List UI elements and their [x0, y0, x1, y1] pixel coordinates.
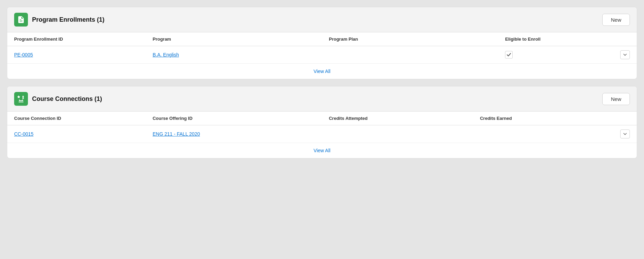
- cc-header-left: Course Connections (1): [14, 92, 102, 106]
- enrollment-id-cell: PE-0005: [7, 46, 146, 64]
- offering-cell: ENG 211 - FALL 2020: [146, 125, 322, 143]
- col-header-program: Program: [146, 32, 322, 46]
- course-connections-header-row: Course Connection ID Course Offering ID …: [7, 112, 637, 125]
- course-connections-card: Course Connections (1) New Course Connec…: [7, 86, 637, 158]
- program-link[interactable]: B.A. English: [153, 52, 179, 58]
- program-enrollments-header: Program Enrollments (1) New: [7, 7, 637, 32]
- credits-attempted-cell: [322, 125, 473, 143]
- col-header-offering: Course Offering ID: [146, 112, 322, 125]
- program-enrollments-title: Program Enrollments (1): [32, 16, 104, 23]
- col-header-cc-id: Course Connection ID: [7, 112, 146, 125]
- col-header-program-plan: Program Plan: [322, 32, 498, 46]
- course-connections-new-button[interactable]: New: [602, 93, 630, 105]
- program-plan-cell: [322, 46, 498, 64]
- col-header-eligible: Eligible to Enroll: [498, 32, 637, 46]
- course-svg-icon: [17, 95, 25, 103]
- checkmark-icon: [506, 52, 511, 57]
- cc-dropdown-button[interactable]: [620, 130, 630, 138]
- course-connections-header: Course Connections (1) New: [7, 86, 637, 112]
- cc-chevron-down-icon: [623, 132, 627, 136]
- course-connections-table: Course Connection ID Course Offering ID …: [7, 112, 637, 158]
- program-enrollments-card: Program Enrollments (1) New Program Enro…: [7, 7, 637, 79]
- eligible-checkbox[interactable]: [505, 51, 513, 59]
- table-row: PE-0005 B.A. English: [7, 46, 637, 64]
- program-enrollments-new-button[interactable]: New: [602, 14, 630, 26]
- cc-view-all-cell: View All: [7, 143, 637, 158]
- cc-view-all-row: View All: [7, 143, 637, 158]
- eligible-dropdown-button[interactable]: [620, 50, 630, 59]
- course-connections-view-all-link[interactable]: View All: [314, 148, 331, 153]
- cc-id-cell: CC-0015: [7, 125, 146, 143]
- chevron-down-icon: [623, 53, 627, 57]
- col-header-credits-earned: Credits Earned: [473, 112, 637, 125]
- table-row: CC-0015 ENG 211 - FALL 2020: [7, 125, 637, 143]
- program-enrollments-view-all-link[interactable]: View All: [314, 69, 331, 74]
- program-enrollments-table: Program Enrollment ID Program Program Pl…: [7, 32, 637, 79]
- eligible-cell: [498, 46, 637, 64]
- course-connections-icon: [14, 92, 28, 106]
- col-header-enrollment-id: Program Enrollment ID: [7, 32, 146, 46]
- program-enrollments-header-row: Program Enrollment ID Program Program Pl…: [7, 32, 637, 46]
- view-all-cell: View All: [7, 64, 637, 79]
- course-connections-title: Course Connections (1): [32, 95, 102, 103]
- program-cell: B.A. English: [146, 46, 322, 64]
- cc-id-link[interactable]: CC-0015: [14, 131, 33, 137]
- offering-link[interactable]: ENG 211 - FALL 2020: [153, 131, 200, 137]
- enrollment-id-link[interactable]: PE-0005: [14, 52, 33, 58]
- header-left: Program Enrollments (1): [14, 13, 104, 27]
- enrollment-svg-icon: [17, 15, 25, 24]
- col-header-credits-attempted: Credits Attempted: [322, 112, 473, 125]
- credits-earned-cell: [473, 125, 637, 143]
- view-all-row: View All: [7, 64, 637, 79]
- program-enrollments-icon: [14, 13, 28, 27]
